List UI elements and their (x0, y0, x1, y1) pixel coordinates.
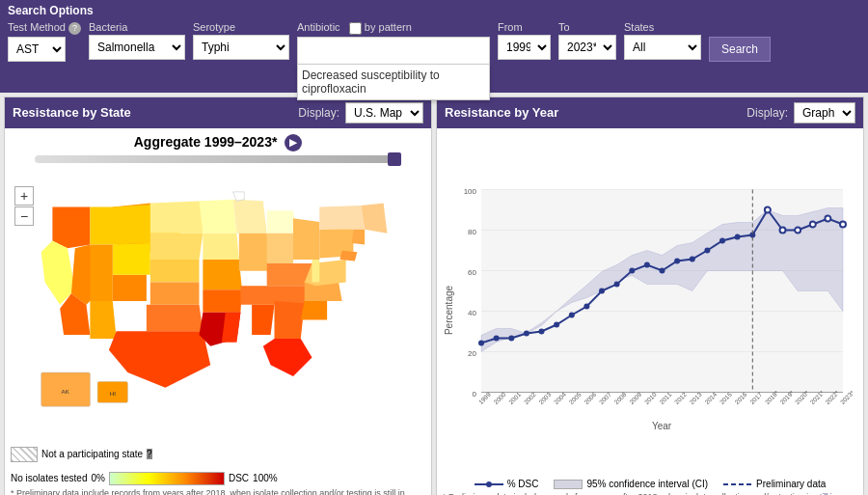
zoom-in-button[interactable]: + (14, 186, 34, 206)
map-panel: Resistance by State Display: U.S. Map Ta… (4, 96, 432, 495)
state-ga[interactable] (275, 301, 305, 343)
legend-not-participating: Not a participating state ? (11, 447, 152, 462)
map-display-label: Display: (298, 106, 339, 120)
state-ks[interactable] (150, 282, 200, 304)
timeline-bar[interactable] (35, 155, 401, 163)
svg-text:2007: 2007 (598, 390, 612, 404)
data-point-1[interactable] (494, 335, 500, 341)
state-il[interactable] (239, 234, 269, 271)
state-mn[interactable] (200, 200, 237, 234)
svg-text:2013: 2013 (689, 390, 703, 404)
us-map-container: AK HI (30, 167, 406, 443)
state-nj[interactable] (352, 230, 365, 245)
graph-display-select[interactable]: Graph Table Data (794, 102, 855, 124)
test-method-help-icon[interactable]: ? (68, 22, 81, 35)
data-point-22[interactable] (810, 221, 816, 227)
state-md[interactable] (339, 251, 357, 261)
zoom-out-button[interactable]: − (14, 206, 34, 226)
state-mi[interactable] (267, 210, 297, 233)
state-al[interactable] (252, 305, 274, 335)
test-method-label: Test Method ? (8, 21, 81, 35)
x-axis-label: Year (652, 420, 672, 430)
data-point-24[interactable] (840, 221, 846, 227)
data-point-23[interactable] (825, 215, 830, 221)
chart-legend: % DSC 95% confidence interval (CI) Preli… (475, 479, 827, 490)
states-select[interactable]: All Alabama (624, 35, 701, 60)
map-footnote: * Preliminary data include records from … (11, 488, 425, 495)
from-select[interactable]: 1999 2000 2005 (498, 35, 551, 60)
data-point-12[interactable] (660, 267, 665, 273)
to-group: To 2023* 2022 (558, 21, 616, 60)
state-fl[interactable] (263, 339, 312, 376)
svg-text:2010: 2010 (643, 390, 658, 404)
map-display-select[interactable]: U.S. Map Table Data (345, 102, 423, 124)
state-mo[interactable] (203, 260, 242, 289)
state-ok[interactable] (147, 305, 203, 331)
state-wv[interactable] (312, 260, 320, 282)
legend-dsc-line-icon (475, 479, 503, 490)
data-point-3[interactable] (524, 330, 529, 336)
map-panel-body: Aggregate 1999–2023* ▶ + − (5, 128, 431, 495)
states-group: States All Alabama (624, 21, 701, 60)
data-point-5[interactable] (554, 321, 559, 327)
state-wa[interactable] (52, 206, 90, 248)
search-button-group: Search (709, 21, 771, 62)
state-ne-region[interactable] (361, 203, 387, 233)
data-point-16[interactable] (719, 237, 725, 243)
map-panel-header: Resistance by State Display: U.S. Map Ta… (5, 97, 431, 128)
to-select[interactable]: 2023* 2022 (558, 35, 616, 60)
test-method-select[interactable]: AST MIC (8, 37, 66, 62)
data-point-15[interactable] (704, 247, 710, 253)
chart-svg: Percentage 100 80 60 40 (443, 134, 857, 477)
state-nm[interactable] (90, 301, 116, 339)
data-point-2[interactable] (508, 335, 514, 341)
data-point-0[interactable] (478, 340, 484, 345)
data-point-8[interactable] (599, 288, 605, 293)
data-point-10[interactable] (629, 267, 635, 273)
state-ne[interactable] (150, 260, 200, 282)
state-wy[interactable] (113, 243, 150, 275)
states-label: States (624, 21, 701, 33)
state-ca[interactable] (41, 240, 75, 304)
data-point-20[interactable] (780, 227, 786, 233)
bacteria-select[interactable]: Salmonella E. coli (89, 35, 185, 60)
us-map-svg: AK HI (30, 167, 406, 443)
main-content: Resistance by State Display: U.S. Map Ta… (0, 93, 868, 495)
graph-display-label: Display: (746, 106, 788, 120)
data-point-9[interactable] (614, 281, 620, 287)
svg-text:2017: 2017 (748, 390, 763, 404)
data-point-17[interactable] (735, 234, 741, 239)
state-oh[interactable] (293, 218, 319, 260)
svg-text:1999: 1999 (477, 390, 492, 404)
data-point-21[interactable] (795, 227, 800, 233)
timeline-handle[interactable] (388, 152, 401, 166)
data-point-19[interactable] (765, 206, 771, 212)
state-tx[interactable] (109, 331, 210, 388)
state-wi[interactable] (233, 200, 267, 234)
play-button[interactable]: ▶ (285, 134, 302, 151)
state-or[interactable] (90, 206, 116, 244)
map-legend: Not a participating state ? No isolates … (11, 447, 425, 485)
graph-footnote-link[interactable]: still in progress (443, 492, 837, 495)
state-in[interactable] (267, 234, 293, 263)
state-ar[interactable] (203, 289, 242, 312)
data-point-7[interactable] (583, 303, 589, 309)
data-point-6[interactable] (569, 312, 575, 317)
state-ny[interactable] (319, 206, 365, 230)
state-ia[interactable] (203, 234, 238, 260)
state-co[interactable] (113, 275, 147, 301)
legend-help-icon[interactable]: ? (147, 449, 152, 459)
data-point-11[interactable] (644, 261, 650, 267)
data-point-13[interactable] (674, 258, 680, 263)
state-sd[interactable] (150, 234, 203, 260)
state-ut[interactable] (90, 244, 112, 301)
data-point-4[interactable] (539, 328, 545, 334)
svg-text:0: 0 (473, 389, 477, 398)
serotype-select[interactable]: Typhi All (193, 35, 289, 60)
serotype-label: Serotype (193, 21, 289, 33)
state-nd[interactable] (150, 201, 203, 234)
data-point-14[interactable] (690, 256, 695, 261)
svg-text:2003: 2003 (537, 390, 552, 404)
search-button[interactable]: Search (709, 37, 771, 62)
by-pattern-checkbox[interactable] (349, 22, 362, 35)
